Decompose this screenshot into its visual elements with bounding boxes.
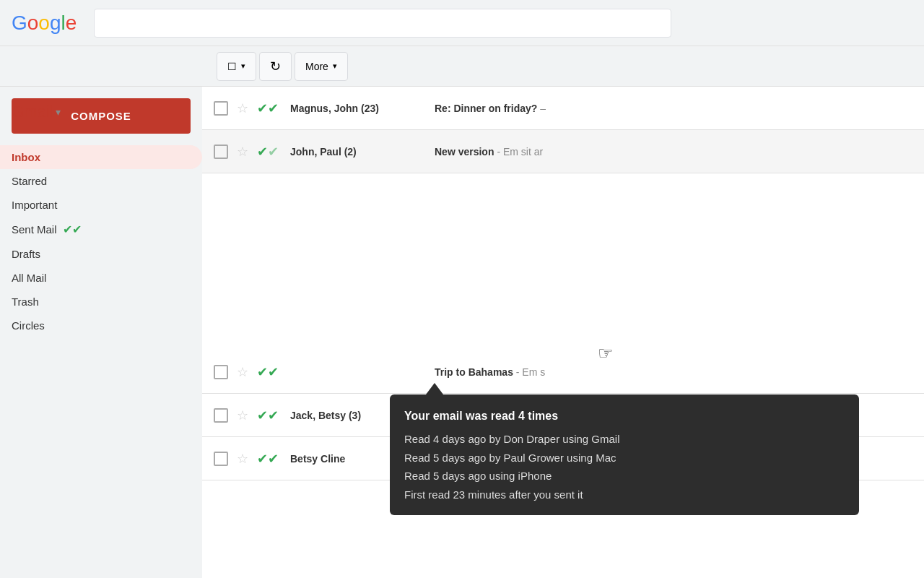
read-checkmark-icon: ✔✔ [257, 407, 279, 423]
sidebar-item-allmail[interactable]: All Mail [0, 266, 202, 290]
starred-label: Starred [12, 175, 47, 187]
email-list: ☆ ✔✔ Magnus, John (23) Re: Dinner on fri… [202, 87, 924, 578]
sidebar-item-inbox[interactable]: Inbox [0, 145, 202, 169]
star-icon[interactable]: ☆ [237, 364, 248, 380]
select-button[interactable]: ☐ ▾ [217, 52, 256, 81]
circles-label: Circles [12, 319, 45, 332]
sidebar-item-sent[interactable]: Sent Mail ✔✔ [0, 217, 202, 242]
table-row[interactable]: ☆ ✔✔ John, Paul (2) New version - Em sit… [202, 130, 924, 173]
sender-name: Magnus, John (23) [290, 103, 435, 114]
sidebar: COMPOSE Inbox Starred Important Sent Mai… [0, 87, 202, 578]
table-row[interactable]: ☆ ✔✔ Magnus, John (23) Re: Dinner on fri… [202, 87, 924, 130]
checkbox-icon: ☐ [227, 61, 237, 72]
inbox-label: Inbox [12, 151, 40, 163]
sidebar-item-circles[interactable]: Circles [0, 314, 202, 337]
email-subject: Trip to Bahamas - Em s [435, 366, 912, 378]
more-button[interactable]: More ▾ [295, 52, 348, 81]
refresh-icon: ↻ [270, 59, 281, 74]
tooltip-line-3: Read 5 days ago using iPhone [404, 467, 845, 486]
read-checkmark-icon: ✔✔ [257, 451, 279, 467]
tooltip-title: Your email was read 4 times [404, 406, 845, 426]
gmail-label[interactable]: Gmail ▾ [12, 103, 61, 121]
read-checkmark-icon: ✔✔ [257, 100, 279, 116]
row-checkbox[interactable] [214, 144, 228, 159]
row-checkbox[interactable] [214, 408, 228, 423]
dropdown-arrow-icon: ▾ [241, 61, 245, 71]
star-icon[interactable]: ☆ [237, 451, 248, 467]
search-input[interactable] [94, 9, 671, 38]
email-subject: New version - Em sit ar [435, 146, 912, 158]
email-subject: Re: Dinner on friday? – [435, 103, 912, 114]
sidebar-item-drafts[interactable]: Drafts [0, 242, 202, 266]
sent-check-icon: ✔✔ [63, 223, 82, 236]
star-icon[interactable]: ☆ [237, 144, 248, 160]
allmail-label: All Mail [12, 272, 46, 284]
tooltip-line-1: Read 4 days ago by Don Draper using Gmai… [404, 430, 845, 449]
sidebar-item-starred[interactable]: Starred [0, 169, 202, 193]
google-logo: Google [12, 12, 77, 35]
sent-label: Sent Mail [12, 223, 57, 236]
read-checkmark-icon: ✔✔ [257, 364, 279, 380]
row-checkbox[interactable] [214, 452, 228, 466]
star-icon[interactable]: ☆ [237, 100, 248, 116]
tooltip-box: Your email was read 4 times Read 4 days … [390, 394, 859, 515]
sidebar-item-trash[interactable]: Trash [0, 290, 202, 314]
email-read-tooltip: Your email was read 4 times Read 4 days … [390, 383, 859, 515]
drafts-label: Drafts [12, 248, 40, 260]
star-icon[interactable]: ☆ [237, 407, 248, 423]
sidebar-item-important[interactable]: Important [0, 193, 202, 217]
important-label: Important [12, 199, 57, 211]
tooltip-arrow [426, 383, 443, 394]
more-dropdown-arrow-icon: ▾ [333, 61, 337, 71]
read-checkmark-icon: ✔✔ [257, 144, 279, 160]
tooltip-line-2: Read 5 days ago by Paul Grower using Mac [404, 449, 845, 467]
tooltip-line-4: First read 23 minutes after you sent it [404, 486, 845, 504]
row-checkbox[interactable] [214, 101, 228, 116]
refresh-button[interactable]: ↻ [259, 52, 292, 81]
sender-name: John, Paul (2) [290, 146, 435, 158]
trash-label: Trash [12, 296, 39, 308]
row-checkbox[interactable] [214, 365, 228, 379]
